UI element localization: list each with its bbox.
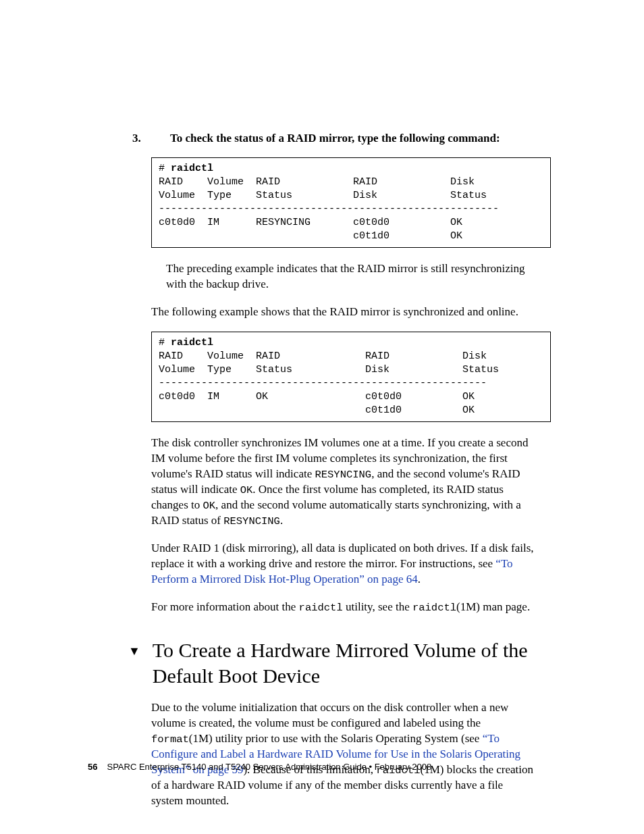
inline-code: OK <box>240 484 253 496</box>
section-heading: To Create a Hardware Mirrored Volume of … <box>153 637 531 688</box>
paragraph-manpage-note: For more information about the raidctl u… <box>151 600 537 615</box>
step-number: 3. <box>151 132 170 145</box>
code-block-1: # raidctl RAID Volume RAID RAID Disk Vol… <box>151 157 551 248</box>
text: . <box>418 573 421 585</box>
inline-code: RESYNCING <box>223 515 280 527</box>
step-3-instruction: 3.To check the status of a RAID mirror, … <box>151 132 537 145</box>
paragraph-sync-behavior: The disk controller synchronizes IM volu… <box>151 436 537 529</box>
inline-code: RESYNCING <box>315 469 371 481</box>
text: (1M) man page. <box>456 600 530 613</box>
page-number: 56 <box>88 762 97 772</box>
text: For more information about the <box>151 600 299 613</box>
inline-code: OK <box>203 500 215 512</box>
code-prompt: # <box>159 163 171 174</box>
text: Due to the volume initialization that oc… <box>151 701 508 729</box>
inline-code: raidctl <box>412 602 456 614</box>
code-command: raidctl <box>171 163 213 174</box>
text: (1M) utility prior to use with the Solar… <box>189 732 483 745</box>
paragraph-raid1-note: Under RAID 1 (disk mirroring), all data … <box>151 541 537 588</box>
page-footer: 56SPARC Enterprise T5140 and T5240 Serve… <box>88 762 431 772</box>
code-body: RAID Volume RAID RAID Disk Volume Type S… <box>159 176 499 242</box>
section-heading-container: ▼ To Create a Hardware Mirrored Volume o… <box>128 637 537 688</box>
step-text: To check the status of a RAID mirror, ty… <box>170 132 500 145</box>
text: Under RAID 1 (disk mirroring), all data … <box>151 542 534 570</box>
text: utility, see the <box>343 600 412 613</box>
text: . <box>280 514 283 527</box>
code-body: RAID Volume RAID RAID Disk Volume Type S… <box>159 350 499 416</box>
paragraph-synchronized-intro: The following example shows that the RAI… <box>151 305 537 320</box>
code-prompt: # <box>159 337 171 348</box>
paragraph-resyncing-note: The preceding example indicates that the… <box>166 261 537 292</box>
inline-code: format <box>151 733 189 746</box>
code-block-2: # raidctl RAID Volume RAID RAID Disk Vol… <box>151 332 551 422</box>
code-command: raidctl <box>171 337 213 348</box>
footer-text: SPARC Enterprise T5140 and T5240 Servers… <box>107 762 431 772</box>
paragraph-boot-device-intro: Due to the volume initialization that oc… <box>151 700 537 809</box>
document-page: 3.To check the status of a RAID mirror, … <box>0 0 644 834</box>
down-triangle-icon: ▼ <box>128 644 140 658</box>
inline-code: raidctl <box>299 602 343 614</box>
